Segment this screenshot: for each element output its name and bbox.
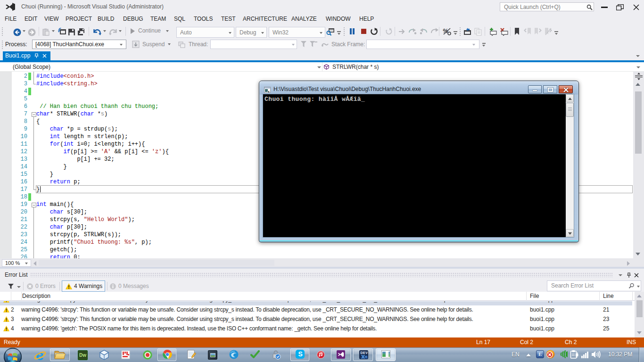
svg-text:··: ·· [385, 28, 387, 33]
